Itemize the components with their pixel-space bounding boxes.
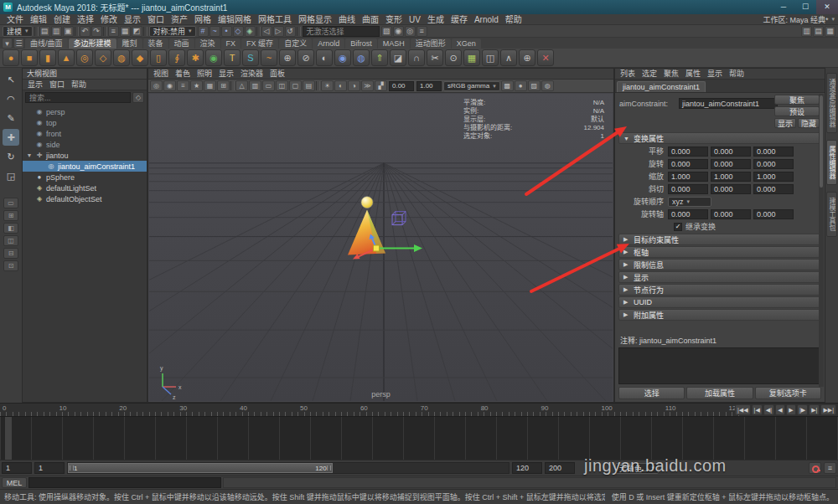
helix-icon[interactable]: ∮ bbox=[168, 49, 185, 66]
divider-handle[interactable] bbox=[297, 27, 301, 36]
outliner-item-jiantou[interactable]: ▼ ✛ jiantou bbox=[23, 150, 147, 161]
panel-menu-item[interactable]: 帮助 bbox=[726, 69, 747, 80]
divider-handle[interactable] bbox=[34, 27, 39, 36]
panel-menu-item[interactable]: 面板 bbox=[266, 69, 288, 80]
separate-icon[interactable]: ⊘ bbox=[297, 49, 314, 66]
rotate-axis-z-field[interactable]: 0.000 bbox=[753, 209, 794, 219]
section-transform-attributes[interactable]: ▼ 变换属性 bbox=[618, 132, 821, 144]
shelf-tab-options-icon[interactable]: ▾ bbox=[2, 38, 13, 49]
ipr-render-icon[interactable]: ◎ bbox=[405, 26, 416, 37]
rotate-axis-x-field[interactable]: 0.000 bbox=[668, 209, 708, 219]
animation-preferences-icon[interactable]: ≡ bbox=[824, 462, 836, 474]
outliner-item-top[interactable]: ◉ top bbox=[23, 117, 147, 128]
select-camera-icon[interactable]: ◎ bbox=[150, 80, 163, 91]
menu-set-selector[interactable]: 建模 ▾ bbox=[3, 26, 33, 37]
menu-item[interactable]: 帮助 bbox=[502, 14, 525, 25]
crease-tool-icon[interactable]: ∧ bbox=[500, 49, 517, 66]
shelf-tab[interactable]: Bifrost bbox=[345, 39, 377, 49]
menu-item[interactable]: 编辑 bbox=[27, 14, 50, 25]
shelf-tab[interactable]: 装备 bbox=[143, 39, 168, 49]
poly-torus-icon[interactable]: ◎ bbox=[76, 49, 93, 66]
section-limit-information[interactable]: ▶ 限制信息 bbox=[618, 259, 821, 270]
make-live-icon[interactable]: ◈ bbox=[245, 26, 256, 37]
tab-attribute-editor[interactable]: 属性编辑器 bbox=[826, 140, 837, 185]
z-field[interactable]: 0.000 bbox=[753, 184, 794, 194]
show-attribute-editor-icon[interactable]: ▤ bbox=[813, 26, 824, 37]
outliner-search-input[interactable]: 搜索... bbox=[25, 92, 131, 103]
minimize-button[interactable]: ─ bbox=[773, 0, 794, 14]
two-pane-layout-icon[interactable]: ◫ bbox=[3, 235, 18, 246]
x-field[interactable]: 1.000 bbox=[668, 172, 708, 182]
combine-icon[interactable]: ⊕ bbox=[279, 49, 296, 66]
lock-camera-icon[interactable]: ◉ bbox=[163, 80, 176, 91]
panel-menu-item[interactable]: 显示 bbox=[24, 80, 46, 90]
boolean-union-icon[interactable]: ◉ bbox=[334, 49, 351, 66]
gate-mask-icon[interactable]: ◫ bbox=[276, 80, 288, 91]
divider-handle[interactable] bbox=[75, 27, 79, 36]
poly-disc-icon[interactable]: ◍ bbox=[113, 49, 130, 66]
panel-menu-item[interactable]: 列表 bbox=[617, 69, 639, 80]
single-pane-layout-icon[interactable]: ▭ bbox=[3, 198, 18, 208]
outliner-item-side[interactable]: ◉ side bbox=[23, 139, 147, 150]
textured-icon[interactable]: ▨ bbox=[528, 80, 541, 91]
scrollbar-thumb[interactable] bbox=[820, 95, 823, 188]
panel-menu-item[interactable]: 聚焦 bbox=[660, 69, 682, 80]
redo-icon[interactable]: ↷ bbox=[91, 26, 102, 37]
isolate-select-icon[interactable]: △ bbox=[235, 80, 248, 91]
focus-button[interactable]: 聚焦 bbox=[774, 95, 820, 105]
section-node-behavior[interactable]: ▶ 节点行为 bbox=[618, 284, 821, 296]
menu-item[interactable]: 网格显示 bbox=[295, 14, 335, 25]
x-field[interactable]: 0.000 bbox=[668, 159, 708, 169]
target-weld-icon[interactable]: ⊙ bbox=[445, 49, 462, 66]
colorspace-selector[interactable]: sRGB gamma ▾ bbox=[443, 81, 500, 91]
shelf-tab[interactable]: XGen bbox=[452, 39, 481, 49]
lasso-tool-icon[interactable]: ◠ bbox=[3, 90, 19, 107]
rotate-order-selector[interactable]: xyz ▾ bbox=[668, 197, 711, 207]
shelf-tab[interactable]: 曲线/曲面 bbox=[25, 39, 68, 49]
hud-toggle-icon[interactable]: ▤ bbox=[303, 80, 315, 91]
persp-outliner-layout-icon[interactable]: ◧ bbox=[3, 223, 18, 234]
section-aim-constraint-attributes[interactable]: ▶ 目标约束属性 bbox=[618, 234, 821, 245]
four-pane-layout-icon[interactable]: ⊞ bbox=[3, 210, 18, 221]
center-pivot-icon[interactable]: ⊕ bbox=[519, 49, 535, 66]
undo-icon[interactable]: ↶ bbox=[80, 26, 91, 37]
shelf-tab[interactable]: 运动图形 bbox=[411, 39, 451, 49]
tab-modeling-toolkit[interactable]: 建模工具包 bbox=[826, 192, 837, 237]
outliner-item-jiantou-aimconstraint1[interactable]: ◎ jiantou_aimConstraint1 bbox=[23, 161, 147, 172]
shelf-editor-icon[interactable]: ☰ bbox=[13, 38, 24, 49]
node-tab[interactable]: jiantou_aimConstraint1 bbox=[617, 81, 706, 92]
select-by-hierarchy-icon[interactable]: ≡ bbox=[108, 26, 119, 37]
ambient-occlusion-icon[interactable]: ◑ bbox=[348, 80, 360, 91]
bridge-icon[interactable]: ∩ bbox=[408, 49, 425, 66]
snap-to-point-icon[interactable]: • bbox=[221, 26, 232, 37]
divider-handle[interactable] bbox=[316, 81, 320, 90]
outliner-item-psphere[interactable]: ● pSphere bbox=[23, 172, 147, 183]
copy-tab-button[interactable]: 复制选项卡 bbox=[755, 387, 821, 399]
section-uuid[interactable]: ▶ UUID bbox=[618, 296, 821, 308]
y-field[interactable]: 1.000 bbox=[711, 172, 751, 182]
play-backwards-button[interactable]: ◀ bbox=[775, 404, 785, 415]
scrollbar[interactable] bbox=[819, 94, 824, 387]
x-field[interactable]: 0.000 bbox=[668, 184, 708, 194]
shelf-tab[interactable]: 渲染 bbox=[195, 39, 220, 49]
exposure-field[interactable]: 0.00 bbox=[389, 81, 414, 91]
rotate-tool-icon[interactable]: ↻ bbox=[3, 148, 19, 165]
close-button[interactable]: ✕ bbox=[816, 0, 838, 14]
notes-textarea[interactable] bbox=[618, 347, 821, 384]
shelf-tab[interactable]: 多边形建模 bbox=[69, 39, 116, 49]
section-pivots[interactable]: ▶ 枢轴 bbox=[618, 246, 821, 258]
lighting-icon[interactable]: ☀ bbox=[321, 80, 334, 91]
move-tool-icon[interactable]: ✚ bbox=[3, 129, 19, 146]
viewport-canvas[interactable]: x y z 平滑度: N/A 实例: N/ bbox=[149, 94, 613, 401]
poly-cone-icon[interactable]: ▲ bbox=[58, 49, 75, 66]
shelf-tab[interactable]: 雕刻 bbox=[117, 39, 142, 49]
svg-tool-icon[interactable]: S bbox=[242, 49, 259, 66]
menu-item[interactable]: 生成 bbox=[424, 14, 447, 25]
select-by-component-icon[interactable]: ◩ bbox=[132, 26, 142, 37]
maximize-button[interactable]: ☐ bbox=[794, 0, 816, 14]
z-field[interactable]: 0.000 bbox=[753, 159, 794, 169]
animation-end-field[interactable]: 200 bbox=[545, 462, 575, 474]
divider-handle[interactable] bbox=[256, 27, 261, 36]
command-input[interactable] bbox=[28, 477, 221, 488]
select-button[interactable]: 选择 bbox=[618, 387, 685, 399]
